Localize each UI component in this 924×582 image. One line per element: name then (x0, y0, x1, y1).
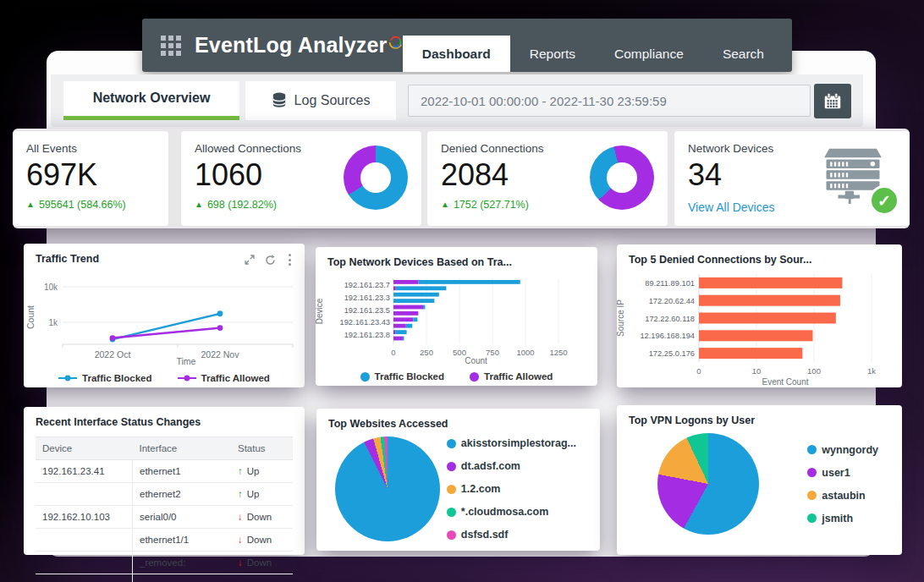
legend-dot (807, 513, 817, 523)
date-range-input[interactable] (408, 85, 811, 117)
status-text: Up (247, 489, 260, 499)
svg-text:192.161.23.5: 192.161.23.5 (344, 306, 390, 315)
legend-item[interactable]: akisstorsimplestorag... (447, 437, 576, 449)
up-triangle-icon: ▲ (441, 200, 449, 209)
legend-label: Traffic Blocked (375, 371, 444, 382)
tab-log-sources[interactable]: Log Sources (245, 81, 396, 120)
arrow-down-icon: ↓ (238, 557, 243, 568)
svg-text:10: 10 (752, 366, 762, 376)
legend-label: Traffic Allowed (201, 373, 270, 383)
legend-dot (447, 530, 456, 540)
legend-item[interactable]: dt.adsf.com (447, 460, 576, 472)
card-traffic-trend: Traffic Trend 10k1kCount2022 Oct2022 Nov… (24, 244, 305, 387)
expand-icon[interactable] (245, 255, 255, 265)
legend-item[interactable]: user1 (807, 467, 878, 479)
legend-item[interactable]: 1.2.com (447, 483, 576, 495)
card-top-websites: Top Websites Accessed akisstorsimplestor… (316, 409, 600, 551)
allowed-connections-donut (344, 146, 408, 210)
legend-item[interactable]: astaubin (807, 490, 878, 502)
svg-text:Device: Device (316, 298, 324, 324)
svg-text:2022 Oct: 2022 Oct (95, 349, 131, 360)
table-header: Status (231, 437, 293, 460)
svg-text:192.161.23.8: 192.161.23.8 (344, 331, 390, 339)
svg-text:12.196.168.194: 12.196.168.194 (640, 332, 695, 340)
svg-text:172.20.62.44: 172.20.62.44 (649, 297, 695, 305)
table-row: 192.162.10.103serial0/0↓Down (36, 506, 293, 529)
tab-reports[interactable]: Reports (510, 36, 595, 72)
table-header: Device (36, 437, 133, 460)
legend-item[interactable]: wynngordy (807, 444, 878, 456)
up-triangle-icon: ▲ (26, 200, 35, 209)
brand-logo-text: EventLog Analyzer (195, 33, 388, 58)
database-icon (272, 91, 287, 111)
legend-dot (447, 485, 456, 494)
legend-line-marker (178, 374, 196, 382)
stat-card-denied-connections: Denied Connections 2084 ▲1752 (527.71%) (427, 131, 668, 226)
active-tab-underline (63, 116, 239, 120)
table-row: ethernet1/10↓Down (36, 574, 293, 582)
status-ok-badge: ✓ (869, 185, 899, 216)
legend-label: astaubin (822, 490, 865, 502)
legend-label: 1.2.com (461, 483, 501, 495)
stat-cards-row: All Events 697K ▲595641 (584.66%) Allowe… (13, 129, 910, 228)
legend-item[interactable]: Traffic Blocked (58, 373, 151, 383)
svg-text:172.22.60.118: 172.22.60.118 (645, 315, 695, 323)
denied-connections-chart: 0101001k89.211.89.101172.20.62.44172.22.… (617, 267, 902, 386)
refresh-icon[interactable] (265, 255, 276, 266)
chart-title: Traffic Trend (36, 253, 99, 265)
legend-dot (807, 491, 817, 500)
calendar-icon (822, 91, 843, 112)
legend-label: Traffic Blocked (82, 373, 151, 383)
legend-item[interactable]: jsmith (807, 513, 878, 524)
traffic-trend-legend: Traffic BlockedTraffic Allowed (24, 373, 305, 383)
tab-compliance[interactable]: Compliance (595, 36, 703, 72)
calendar-button[interactable] (814, 84, 851, 118)
svg-text:250: 250 (420, 348, 433, 357)
arrow-up-icon: ↑ (238, 466, 243, 476)
legend-label: user1 (822, 467, 850, 479)
traffic-trend-chart: 10k1kCount2022 Oct2022 NovTime (24, 268, 305, 366)
card-top-network-devices: Top Network Devices Based on Tra... 0250… (316, 247, 597, 386)
svg-text:Event Count: Event Count (762, 377, 808, 386)
top-websites-pie (335, 436, 440, 541)
legend-dot (807, 445, 817, 454)
arrow-down-icon: ↓ (238, 512, 243, 522)
legend-item[interactable]: Traffic Allowed (178, 373, 270, 383)
card-denied-connections-chart: Top 5 Denied Connections by Sour... 0101… (617, 244, 902, 387)
svg-text:1k: 1k (867, 366, 876, 376)
tab-dashboard[interactable]: Dashboard (403, 36, 510, 72)
legend-item[interactable]: *.cloudmosa.com (447, 506, 576, 518)
vpn-logons-legend: wynngordyuser1astaubinjsmith (807, 444, 878, 524)
legend-label: Traffic Allowed (484, 371, 553, 382)
legend-item[interactable]: Traffic Blocked (360, 371, 444, 382)
status-text: Down (247, 535, 272, 545)
more-options-icon[interactable] (286, 253, 294, 266)
server-icon-wrap: ✓ (820, 145, 898, 214)
legend-label: dsfsd.sdf (461, 529, 509, 541)
vpn-logons-pie (657, 433, 759, 535)
table-row: _removed:↓Down (36, 552, 293, 574)
tab-network-overview[interactable]: Network Overview (63, 81, 239, 120)
svg-text:Source IP: Source IP (617, 299, 625, 337)
svg-text:1000: 1000 (516, 348, 534, 357)
legend-item[interactable]: Traffic Allowed (470, 371, 553, 382)
tab-search[interactable]: Search (703, 36, 784, 72)
legend-item[interactable]: dsfsd.sdf (447, 529, 576, 541)
status-text: Down (247, 512, 272, 522)
up-triangle-icon: ▲ (195, 200, 203, 209)
apps-grid-icon[interactable] (161, 36, 181, 56)
log-sources-label: Log Sources (294, 93, 371, 108)
top-websites-legend: akisstorsimplestorag...dt.adsf.com1.2.co… (447, 437, 576, 541)
table-title: Recent Interface Status Changes (36, 416, 201, 428)
top-devices-legend: Traffic BlockedTraffic Allowed (316, 371, 597, 382)
svg-text:192.161.23.43: 192.161.23.43 (340, 318, 390, 327)
network-overview-label: Network Overview (63, 91, 239, 106)
legend-dot (447, 462, 456, 471)
check-icon: ✓ (877, 191, 891, 211)
legend-dot (360, 372, 370, 382)
table-row: ethernet1/1↓Down (36, 529, 293, 552)
arrow-down-icon: ↓ (238, 535, 243, 545)
chart-title: Top Websites Accessed (328, 418, 448, 430)
stat-delta: ▲595641 (584.66%) (26, 199, 155, 211)
interface-status-table: DeviceInterfaceStatus192.161.23.41ethern… (36, 436, 293, 582)
